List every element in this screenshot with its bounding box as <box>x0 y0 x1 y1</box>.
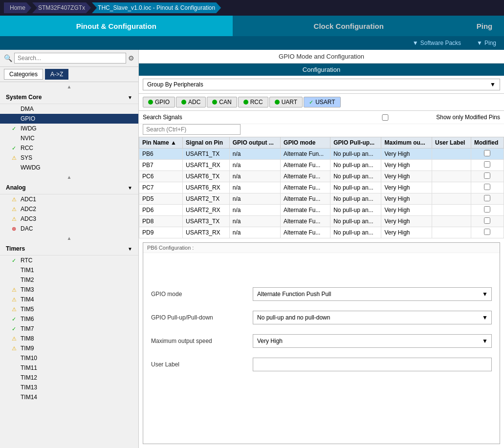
show-modified-checkbox[interactable] <box>336 114 434 121</box>
table-row[interactable]: PC6 USART6_TX n/a Alternate Fu... No pul… <box>139 171 504 182</box>
filter-usart[interactable]: ✓ USART <box>304 97 340 107</box>
table-row[interactable]: PD6 USART2_RX n/a Alternate Fu... No pul… <box>139 205 504 216</box>
cell-modified[interactable] <box>471 205 504 216</box>
sidebar-item-tim11[interactable]: TIM11 <box>0 363 138 373</box>
sidebar-item-tim6[interactable]: ✓ TIM6 <box>0 314 138 324</box>
cell-modified[interactable] <box>471 216 504 227</box>
modified-checkbox[interactable] <box>484 150 490 156</box>
sidebar-item-rcc[interactable]: ✓ RCC <box>0 143 138 153</box>
analog-header[interactable]: Analog ▼ <box>0 181 138 194</box>
modified-checkbox[interactable] <box>484 206 490 213</box>
modified-checkbox[interactable] <box>484 229 490 235</box>
col-pin-name[interactable]: Pin Name ▲ <box>139 137 183 149</box>
tim5-label: TIM5 <box>21 306 34 313</box>
filter-can[interactable]: CAN <box>207 97 237 107</box>
sidebar-item-iwdg[interactable]: ✓ IWDG <box>0 124 138 133</box>
table-row[interactable]: PD9 USART3_RX n/a Alternate Fu... No pul… <box>139 227 504 238</box>
cell-modified[interactable] <box>471 193 504 205</box>
modified-checkbox[interactable] <box>484 161 490 168</box>
sidebar-item-tim8[interactable]: ⚠ TIM8 <box>0 334 138 343</box>
cell-modified[interactable] <box>471 182 504 193</box>
col-modified[interactable]: Modified <box>471 137 504 149</box>
cell-label <box>432 149 471 160</box>
sidebar-item-adc3[interactable]: ⚠ ADC3 <box>0 214 138 224</box>
sidebar-item-nvic[interactable]: NVIC <box>0 133 138 143</box>
table-row[interactable]: PC7 USART6_RX n/a Alternate Fu... No pul… <box>139 182 504 193</box>
modified-checkbox[interactable] <box>484 195 490 201</box>
sidebar-item-tim10[interactable]: TIM10 <box>0 353 138 363</box>
sidebar-item-tim1[interactable]: TIM1 <box>0 265 138 275</box>
sidebar-item-adc2[interactable]: ⚠ ADC2 <box>0 204 138 214</box>
sidebar-item-tim9[interactable]: ⚠ TIM9 <box>0 343 138 353</box>
group-by-select[interactable]: Group By Peripherals ▼ <box>143 79 500 90</box>
sidebar-item-sys[interactable]: ⚠ SYS <box>0 153 138 163</box>
rcc-label: RCC <box>21 145 33 151</box>
max-speed-select-wrapper: Very High High Medium Low ▼ <box>253 334 492 348</box>
show-modified-label[interactable]: Show only Modified Pins <box>336 114 500 121</box>
config-row-gpio-mode: GPIO mode Alternate Function Push Pull O… <box>143 282 500 306</box>
sidebar-item-wwdg[interactable]: WWDG <box>0 163 138 172</box>
system-core-header[interactable]: System Core ▼ <box>0 91 138 104</box>
sidebar-item-tim2[interactable]: TIM2 <box>0 275 138 285</box>
col-output[interactable]: GPIO output ... <box>229 137 280 149</box>
filter-rcc[interactable]: RCC <box>238 97 268 107</box>
breadcrumb-device[interactable]: STM32F407ZGTx <box>32 2 91 13</box>
col-signal[interactable]: Signal on Pin <box>183 137 230 149</box>
col-speed[interactable]: Maximum ou... <box>381 137 432 149</box>
table-row[interactable]: PD8 USART3_TX n/a Alternate Fu... No pul… <box>139 216 504 227</box>
breadcrumb-file[interactable]: THC_Slave_v1.0.ioc - Pinout & Configurat… <box>92 2 221 13</box>
status-err-dac: ⊗ <box>12 226 19 232</box>
cell-modified[interactable] <box>471 171 504 182</box>
breadcrumb-home[interactable]: Home <box>4 2 31 13</box>
timers-header[interactable]: Timers ▼ <box>0 242 138 256</box>
sidebar-item-tim7[interactable]: ✓ TIM7 <box>0 324 138 334</box>
gpio-pull-select[interactable]: No pull-up and no pull-down Pull-up Pull… <box>253 311 492 324</box>
sidebar-item-tim3[interactable]: ⚠ TIM3 <box>0 285 138 295</box>
cell-modified[interactable] <box>471 149 504 160</box>
cell-modified[interactable] <box>471 227 504 238</box>
col-mode[interactable]: GPIO mode <box>281 137 330 149</box>
adc2-label: ADC2 <box>21 206 36 213</box>
cell-signal: USART6_RX <box>183 182 230 193</box>
modified-checkbox[interactable] <box>484 217 490 224</box>
sidebar-item-tim13[interactable]: TIM13 <box>0 383 138 392</box>
table-row[interactable]: PB6 USART1_TX n/a Alternate Fun... No pu… <box>139 149 504 160</box>
gear-icon[interactable]: ⚙ <box>128 54 134 62</box>
sw-packs-button[interactable]: ▼ Software Packs <box>405 36 469 50</box>
modified-checkbox[interactable] <box>484 172 490 179</box>
cell-modified[interactable] <box>471 160 504 171</box>
scroll-up-system[interactable]: ▲ <box>0 82 138 91</box>
breadcrumb: Home STM32F407ZGTx THC_Slave_v1.0.ioc - … <box>0 0 504 16</box>
ping-button[interactable]: ▼ Ping <box>469 36 504 50</box>
modified-checkbox[interactable] <box>484 184 490 190</box>
signal-search-input[interactable] <box>143 124 241 135</box>
table-row[interactable]: PD5 USART2_TX n/a Alternate Fu... No pul… <box>139 193 504 205</box>
sidebar-item-dac[interactable]: ⊗ DAC <box>0 224 138 234</box>
filter-adc[interactable]: ADC <box>176 97 206 107</box>
tab-ping-partial[interactable]: Ping <box>465 16 504 36</box>
filter-gpio[interactable]: GPIO <box>143 97 175 107</box>
col-pull[interactable]: GPIO Pull-up... <box>330 137 381 149</box>
sidebar-item-dma[interactable]: DMA <box>0 104 138 114</box>
scroll-up-analog[interactable]: ▲ <box>0 172 138 181</box>
cell-label <box>432 193 471 205</box>
sidebar-item-tim14[interactable]: TIM14 <box>0 392 138 402</box>
user-label-input[interactable] <box>253 358 492 371</box>
tab-atoz[interactable]: A->Z <box>45 69 68 80</box>
sidebar-item-adc1[interactable]: ⚠ ADC1 <box>0 194 138 204</box>
filter-uart[interactable]: UART <box>269 97 303 107</box>
tab-pinout[interactable]: Pinout & Configuration <box>0 16 233 36</box>
scroll-up-timers[interactable]: ▲ <box>0 234 138 242</box>
tab-clock[interactable]: Clock Configuration <box>233 16 465 36</box>
search-input[interactable] <box>14 53 126 64</box>
max-speed-select[interactable]: Very High High Medium Low <box>253 334 492 348</box>
sidebar-item-tim5[interactable]: ⚠ TIM5 <box>0 304 138 314</box>
gpio-mode-select[interactable]: Alternate Function Push Pull Output Push… <box>253 287 492 301</box>
sidebar-item-gpio[interactable]: GPIO <box>0 114 138 124</box>
col-label[interactable]: User Label <box>432 137 471 149</box>
sidebar-item-tim12[interactable]: TIM12 <box>0 373 138 383</box>
sidebar-item-rtc[interactable]: ✓ RTC <box>0 256 138 265</box>
tab-categories[interactable]: Categories <box>4 69 43 80</box>
sidebar-item-tim4[interactable]: ⚠ TIM4 <box>0 295 138 304</box>
table-row[interactable]: PB7 USART1_RX n/a Alternate Fu... No pul… <box>139 160 504 171</box>
